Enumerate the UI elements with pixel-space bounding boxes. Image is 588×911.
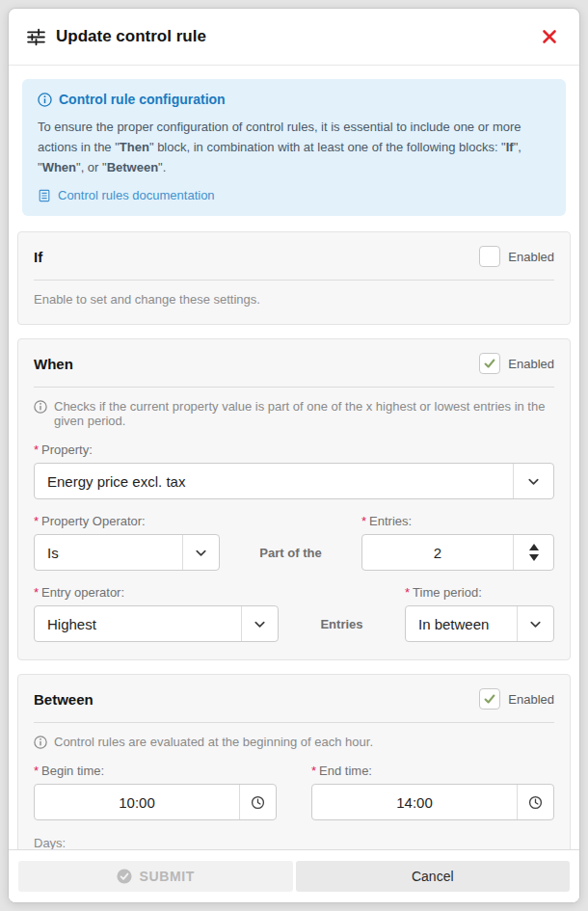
entries-stepper[interactable] — [361, 534, 554, 571]
property-operator-select[interactable]: Is — [34, 534, 220, 571]
divider — [34, 387, 554, 388]
between-enabled-label: Enabled — [508, 692, 554, 707]
when-enabled-toggle[interactable]: Enabled — [479, 353, 554, 374]
between-info: Control rules are evaluated at the begin… — [34, 735, 554, 749]
time-period-label: *Time period: — [405, 585, 554, 600]
time-period-select[interactable]: In between — [405, 605, 554, 642]
close-icon — [542, 29, 557, 44]
info-icon — [38, 93, 52, 107]
connector-part-of-the: Part of the — [220, 534, 361, 571]
begin-time-label: *Begin time: — [34, 764, 277, 778]
between-enabled-toggle[interactable]: Enabled — [479, 688, 554, 710]
when-title: When — [34, 356, 73, 372]
end-time-field[interactable] — [311, 784, 554, 820]
connector-entries: Entries — [279, 605, 405, 642]
required-marker: * — [311, 764, 316, 778]
required-marker: * — [34, 764, 39, 778]
end-time-input[interactable] — [312, 785, 517, 819]
dialog-title: Update control rule — [56, 27, 537, 46]
between-title: Between — [34, 691, 94, 708]
sliders-icon — [26, 27, 46, 47]
stepper-down-icon[interactable] — [529, 554, 539, 561]
update-control-rule-dialog: Update control rule Control rule — [8, 8, 580, 903]
chevron-down-icon — [182, 535, 219, 570]
if-enabled-toggle[interactable]: Enabled — [479, 246, 554, 267]
control-rules-docs-link[interactable]: Control rules documentation — [38, 188, 215, 202]
clock-icon[interactable] — [517, 785, 553, 819]
stepper-up-icon[interactable] — [529, 544, 539, 550]
info-icon — [34, 400, 47, 414]
if-title: If — [34, 249, 42, 265]
document-icon — [38, 189, 51, 202]
when-enabled-checkbox[interactable] — [479, 353, 500, 374]
end-time-label: *End time: — [311, 764, 554, 778]
divider — [34, 722, 554, 723]
days-label: Days: — [34, 836, 554, 849]
chevron-down-icon — [517, 606, 553, 641]
section-if: If Enabled Enable to set and change thes… — [17, 231, 571, 325]
if-enabled-checkbox[interactable] — [479, 246, 500, 267]
required-marker: * — [34, 585, 39, 600]
info-icon — [34, 736, 47, 749]
if-enabled-label: Enabled — [508, 250, 554, 264]
entries-label: *Entries: — [361, 514, 554, 528]
begin-time-input[interactable] — [35, 785, 239, 819]
close-button[interactable] — [537, 24, 562, 49]
if-note: Enable to set and change these settings. — [34, 292, 554, 307]
divider — [34, 280, 554, 281]
dialog-header: Update control rule — [9, 9, 579, 66]
dialog-body: Control rule configuration To ensure the… — [9, 66, 579, 849]
clock-icon[interactable] — [239, 785, 276, 819]
chevron-down-icon — [513, 464, 553, 498]
cancel-button[interactable]: Cancel — [296, 861, 571, 892]
info-box: Control rule configuration To ensure the… — [22, 79, 566, 216]
check-circle-icon — [117, 869, 132, 884]
property-select[interactable]: Energy price excl. tax — [34, 463, 554, 499]
required-marker: * — [405, 585, 410, 600]
property-label: *Property: — [34, 442, 554, 457]
entry-operator-select[interactable]: Highest — [34, 605, 279, 642]
section-when: When Enabled — [17, 338, 571, 660]
property-operator-label: *Property Operator: — [34, 514, 220, 528]
stepper-arrows[interactable] — [513, 535, 553, 570]
dialog-footer: SUBMIT Cancel — [9, 849, 579, 902]
when-info: Checks if the current property value is … — [34, 399, 554, 428]
between-enabled-checkbox[interactable] — [479, 688, 500, 710]
begin-time-field[interactable] — [34, 784, 277, 820]
when-enabled-label: Enabled — [508, 357, 554, 371]
info-box-title: Control rule configuration — [38, 92, 550, 107]
required-marker: * — [34, 514, 39, 528]
required-marker: * — [361, 514, 366, 528]
entries-input[interactable] — [362, 535, 513, 570]
entry-operator-label: *Entry operator: — [34, 585, 279, 600]
submit-button[interactable]: SUBMIT — [18, 861, 293, 892]
chevron-down-icon — [241, 606, 278, 641]
required-marker: * — [34, 442, 39, 457]
section-between: Between Enabled — [17, 674, 571, 849]
info-box-paragraph: To ensure the proper configuration of co… — [38, 118, 550, 177]
